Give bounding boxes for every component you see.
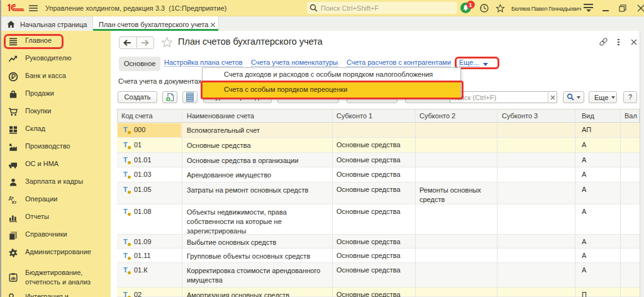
svg-text:Кт: Кт xyxy=(12,200,16,205)
